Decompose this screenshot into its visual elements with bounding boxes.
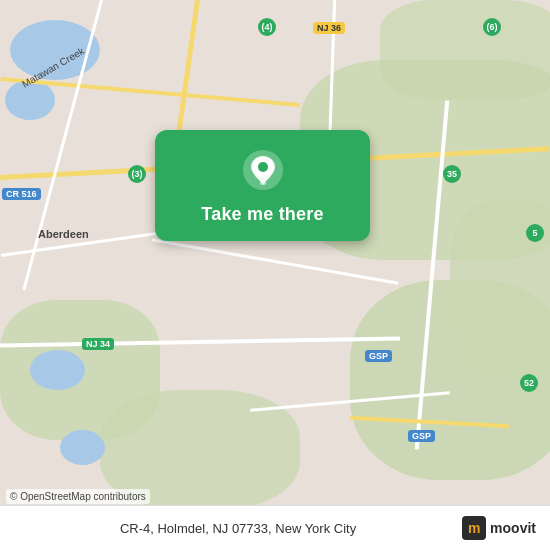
shield-5: 5 [526,224,544,242]
shield-3: (3) [128,165,146,183]
shield-nj36: NJ 36 [313,22,345,34]
shield-cr516: CR 516 [2,188,41,200]
shield-52: 52 [520,374,538,392]
moovit-icon: m [462,516,486,540]
svg-point-4 [258,162,268,172]
moovit-m-letter: m [468,520,480,536]
shield-gsp2: GSP [408,430,435,442]
shield-35: 35 [443,165,461,183]
water-4 [60,430,105,465]
shield-6: (6) [483,18,501,36]
moovit-branding: m moovit [462,516,536,540]
label-aberdeen: Aberdeen [38,228,89,240]
shield-4: (4) [258,18,276,36]
shield-gsp1: GSP [365,350,392,362]
green-area-5 [380,0,550,100]
water-3 [30,350,85,390]
location-text: CR-4, Holmdel, NJ 07733, New York City [14,521,462,536]
action-overlay: Take me there [155,130,370,241]
shield-nj34: NJ 34 [82,338,114,350]
bottom-bar: CR-4, Holmdel, NJ 07733, New York City m… [0,505,550,550]
moovit-name: moovit [490,520,536,536]
map-container: Aberdeen Matawan Creek NJ 36 NJ 34 CR 51… [0,0,550,550]
location-pin-icon [241,148,285,192]
osm-credit: © OpenStreetMap contributors [6,489,150,504]
moovit-logo: m moovit [462,516,536,540]
take-me-there-button[interactable]: Take me there [201,204,323,225]
